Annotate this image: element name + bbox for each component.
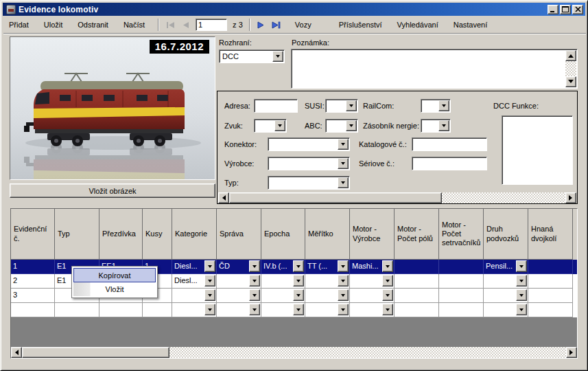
scroll-right-button[interactable] — [565, 192, 576, 203]
last-record-button[interactable] — [270, 19, 283, 31]
cell-dropdown-button[interactable] — [204, 275, 215, 286]
grid-column-header[interactable]: Evidenční č. — [11, 209, 55, 260]
cell-dropdown-button[interactable] — [338, 260, 349, 272]
grid-column-header[interactable]: Kategorie — [172, 209, 217, 260]
konektor-dropdown-button[interactable] — [338, 139, 349, 150]
dcc-funkce-listbox[interactable] — [502, 115, 573, 185]
rozhrani-combobox[interactable]: DCC — [219, 49, 285, 63]
record-number-input[interactable] — [196, 19, 227, 31]
table-cell[interactable] — [261, 274, 305, 289]
abc-dropdown-button[interactable] — [346, 120, 357, 131]
toolbar-button-ulozit[interactable]: Uložit — [38, 19, 69, 31]
titlebar[interactable]: Evidence lokomotiv — [3, 3, 585, 16]
cell-dropdown-button[interactable] — [382, 304, 393, 315]
panel-horizontal-scrollbar[interactable] — [218, 192, 576, 203]
grid-column-header[interactable]: Epocha — [261, 209, 305, 260]
cell-dropdown-button[interactable] — [516, 275, 527, 286]
previous-record-button[interactable] — [178, 19, 192, 31]
table-cell[interactable] — [528, 303, 573, 317]
grid-column-header[interactable]: Motor - Výrobce — [350, 209, 395, 260]
scroll-right-button[interactable] — [566, 347, 577, 358]
cell-dropdown-button[interactable] — [516, 260, 527, 272]
cell-dropdown-button[interactable] — [382, 289, 393, 301]
rozhrani-dropdown-button[interactable] — [272, 51, 283, 62]
cell-dropdown-button[interactable] — [249, 289, 260, 301]
toolbar-button-nacist[interactable]: Načíst — [118, 19, 150, 31]
table-cell[interactable] — [484, 289, 528, 303]
cell-dropdown-button[interactable] — [382, 260, 393, 272]
abc-combobox[interactable] — [325, 119, 358, 133]
table-cell[interactable] — [439, 289, 484, 303]
cell-dropdown-button[interactable] — [293, 260, 304, 272]
table-cell[interactable]: Pensil... — [484, 260, 528, 274]
scrollbar-thumb[interactable] — [229, 192, 442, 203]
seriove-cislo-input[interactable] — [412, 157, 487, 170]
zasobnik-energie-combobox[interactable] — [421, 119, 451, 133]
scroll-track[interactable] — [169, 347, 566, 358]
scroll-down-button[interactable] — [565, 76, 576, 87]
cell-dropdown-button[interactable] — [204, 260, 215, 272]
table-cell[interactable] — [395, 260, 439, 274]
table-cell[interactable] — [55, 303, 99, 317]
minimize-button[interactable] — [548, 5, 558, 14]
grid-column-header[interactable]: Motor - Počet setrvačníků — [439, 209, 484, 260]
zasobnik-dropdown-button[interactable] — [438, 120, 449, 131]
cell-dropdown-button[interactable] — [204, 304, 215, 315]
table-cell[interactable]: Mashi... — [350, 260, 395, 274]
table-cell[interactable] — [261, 303, 305, 317]
toolbar-button-odstranit[interactable]: Odstranit — [72, 19, 114, 31]
grid-column-header[interactable]: Druh podvozků — [484, 209, 528, 260]
grid-column-header[interactable]: Hnaná dvojkolí — [528, 209, 573, 260]
zvuk-combobox[interactable] — [254, 119, 287, 133]
cell-dropdown-button[interactable] — [249, 304, 260, 315]
table-cell[interactable] — [484, 303, 528, 317]
katalogove-cislo-input[interactable] — [412, 137, 487, 151]
table-cell[interactable] — [350, 274, 395, 289]
typ-combobox[interactable] — [268, 176, 350, 190]
table-cell[interactable] — [439, 260, 484, 274]
susi-dropdown-button[interactable] — [346, 100, 357, 111]
menu-vozy[interactable]: Vozy — [290, 19, 317, 31]
table-cell[interactable]: 3 — [11, 289, 55, 303]
table-cell[interactable] — [217, 289, 261, 303]
table-cell[interactable] — [305, 289, 350, 303]
vyrobce-combobox[interactable] — [268, 157, 350, 170]
grid-column-header[interactable]: Kusy — [143, 209, 172, 260]
close-button[interactable] — [572, 5, 583, 14]
scroll-track[interactable] — [442, 192, 565, 203]
table-cell[interactable] — [528, 289, 573, 303]
cell-dropdown-button[interactable] — [516, 289, 527, 301]
cell-dropdown-button[interactable] — [338, 304, 349, 315]
cell-dropdown-button[interactable] — [293, 304, 304, 315]
railcom-dropdown-button[interactable] — [438, 100, 449, 111]
table-cell[interactable] — [261, 289, 305, 303]
cell-dropdown-button[interactable] — [338, 275, 349, 286]
cell-dropdown-button[interactable] — [293, 289, 304, 301]
menu-vyhledavani[interactable]: Vyhledávaní — [392, 19, 444, 31]
toolbar-button-pridat[interactable]: Přidat — [3, 19, 34, 31]
zvuk-dropdown-button[interactable] — [274, 120, 285, 131]
cell-dropdown-button[interactable] — [338, 289, 349, 301]
table-cell[interactable] — [395, 303, 439, 317]
cell-dropdown-button[interactable] — [293, 275, 304, 286]
grid-column-header[interactable]: Typ — [55, 209, 99, 260]
next-record-button[interactable] — [255, 19, 268, 31]
scroll-up-button[interactable] — [565, 50, 576, 61]
scroll-track[interactable] — [565, 61, 576, 76]
table-cell[interactable]: ČD — [217, 260, 261, 274]
cell-dropdown-button[interactable] — [204, 289, 215, 301]
context-menu-item[interactable]: Vložit — [73, 282, 156, 296]
grid-column-header[interactable]: Správa — [217, 209, 261, 260]
table-cell[interactable] — [11, 303, 55, 317]
table-cell[interactable]: 1 — [11, 260, 55, 274]
table-cell[interactable] — [172, 289, 217, 303]
cell-dropdown-button[interactable] — [382, 275, 393, 286]
table-cell[interactable] — [439, 303, 484, 317]
table-cell[interactable] — [99, 303, 143, 317]
table-cell[interactable] — [350, 289, 395, 303]
table-cell[interactable] — [528, 260, 573, 274]
cell-dropdown-button[interactable] — [249, 275, 260, 286]
scroll-left-button[interactable] — [11, 347, 22, 358]
scrollbar-thumb[interactable] — [22, 347, 169, 358]
insert-image-button[interactable]: Vložit obrázek — [10, 183, 215, 198]
